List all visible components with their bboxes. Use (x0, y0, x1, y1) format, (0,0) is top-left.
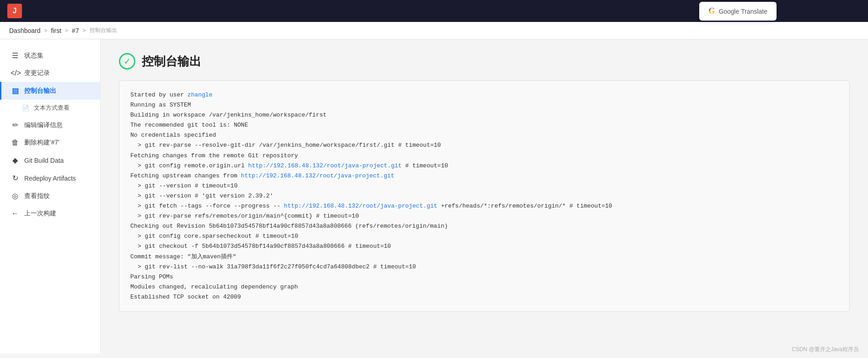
breadcrumb-sep3: > (83, 27, 86, 34)
edit-icon: ✏ (11, 121, 20, 129)
google-translate-popup: G Google Translate (699, 2, 777, 21)
console-line: > git config remote.origin.url http://19… (130, 161, 838, 171)
console-output: Started by user zhangle Running as SYSTE… (119, 80, 850, 312)
google-g-icon: G (708, 6, 715, 16)
console-line: > git rev-parse --resolve-git-dir /var/j… (130, 140, 838, 150)
console-line: Parsing POMs (130, 272, 838, 282)
user-link[interactable]: zhangle (188, 91, 213, 98)
sidebar-item-label: 状态集 (24, 52, 43, 60)
success-icon: ✓ (119, 53, 135, 69)
terminal-icon: ▤ (11, 86, 20, 95)
console-line: Checking out Revision 5b64b1073d54578bf1… (130, 221, 838, 231)
console-line: The recommended git tool is: NONE (130, 120, 838, 130)
main-layout: ☰ 状态集 </> 变更记录 ▤ 控制台输出 📄 文本方式查看 ✏ 编辑编译信息… (0, 39, 868, 353)
sidebar-item-label: 删除构建'#7' (24, 139, 59, 147)
console-line: Established TCP socket on 42009 (130, 292, 838, 302)
breadcrumb-build-num[interactable]: #7 (72, 27, 79, 34)
fingerprint-icon: ◎ (11, 192, 20, 200)
trash-icon: 🗑 (11, 139, 20, 147)
console-line: Running as SYSTEM (130, 100, 838, 110)
sidebar-item-label: 控制台输出 (24, 87, 56, 95)
console-line: > git fetch --tags --force --progress --… (130, 201, 838, 211)
translate-label: Google Translate (718, 8, 767, 15)
footer-watermark: CSDN @重开之Java程序员 (792, 346, 859, 353)
sidebar-item-console[interactable]: ▤ 控制台输出 (0, 82, 100, 100)
sidebar-item-label: 变更记录 (24, 69, 50, 77)
main-content: ✓ 控制台输出 Started by user zhangle Running … (101, 39, 868, 353)
sidebar-item-label: 编辑编译信息 (24, 121, 63, 129)
sidebar-item-redeploy[interactable]: ↻ Redeploy Artifacts (0, 169, 100, 187)
sidebar-item-textview[interactable]: 📄 文本方式查看 (0, 100, 100, 116)
repo-link[interactable]: http://192.168.48.132/root/java-project.… (248, 162, 402, 169)
page-header: ✓ 控制台输出 (119, 53, 850, 69)
redeploy-icon: ↻ (11, 174, 20, 182)
breadcrumb-first[interactable]: first (51, 27, 62, 34)
file-icon: 📄 (22, 105, 29, 112)
console-line: Modules changed, recalculating dependenc… (130, 282, 838, 292)
console-line: Building in workspace /var/jenkins_home/… (130, 110, 838, 120)
console-line: Started by user zhangle (130, 90, 838, 100)
console-line: > git rev-list --no-walk 31a798f3da11f6f… (130, 262, 838, 272)
sidebar-item-label: Redeploy Artifacts (24, 175, 76, 182)
breadcrumb-current: 控制台输出 (90, 27, 117, 34)
console-line: > git config core.sparsecheckout # timeo… (130, 231, 838, 241)
sidebar-item-compile[interactable]: ✏ 编辑编译信息 (0, 116, 100, 134)
sidebar-item-changes[interactable]: </> 变更记录 (0, 64, 100, 82)
console-line: > git checkout -f 5b64b1073d54578bf14a90… (130, 241, 838, 251)
arrow-left-icon: ← (11, 209, 20, 218)
console-line: > git rev-parse refs/remotes/origin/main… (130, 211, 838, 221)
sidebar-item-delete[interactable]: 🗑 删除构建'#7' (0, 134, 100, 151)
fetch-link[interactable]: http://192.168.48.132/root/java-project.… (284, 203, 437, 209)
sidebar-item-gitbuild[interactable]: ◆ Git Build Data (0, 151, 100, 169)
sidebar-item-label: Git Build Data (24, 157, 64, 164)
breadcrumb-sep1: > (44, 27, 48, 34)
breadcrumb-dashboard[interactable]: Dashboard (9, 27, 41, 34)
code-icon: </> (11, 69, 20, 77)
console-line: > git --version # 'git version 2.39.2' (130, 191, 838, 201)
breadcrumb: Dashboard > first > #7 > 控制台输出 (0, 22, 868, 39)
sidebar-item-fingerprint[interactable]: ◎ 查看指纹 (0, 187, 100, 205)
page-title: 控制台输出 (142, 53, 201, 69)
upstream-link[interactable]: http://192.168.48.132/root/java-project.… (241, 172, 394, 179)
list-icon: ☰ (11, 51, 20, 60)
sidebar-item-label: 查看指纹 (24, 192, 50, 200)
sidebar-item-label: 文本方式查看 (34, 104, 70, 112)
console-line: Commit message: "加入maven插件" (130, 252, 838, 262)
breadcrumb-sep2: > (65, 27, 68, 34)
sidebar-item-status[interactable]: ☰ 状态集 (0, 47, 100, 64)
console-line: No credentials specified (130, 130, 838, 140)
console-line: Fetching changes from the remote Git rep… (130, 151, 838, 161)
console-line: Fetching upstream changes from http://19… (130, 171, 838, 181)
console-line: > git --version # timeout=10 (130, 181, 838, 191)
topbar: J G Google Translate (0, 0, 868, 22)
sidebar-item-label: 上一次构建 (24, 209, 56, 218)
sidebar: ☰ 状态集 </> 变更记录 ▤ 控制台输出 📄 文本方式查看 ✏ 编辑编译信息… (0, 39, 101, 353)
jenkins-logo: J (7, 4, 22, 18)
sidebar-item-prev-build[interactable]: ← 上一次构建 (0, 205, 100, 222)
diamond-icon: ◆ (11, 156, 20, 165)
